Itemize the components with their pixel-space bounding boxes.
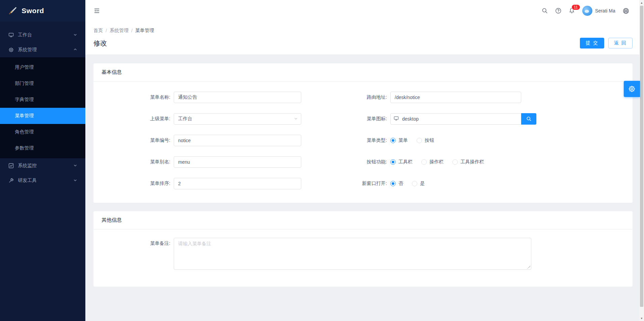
- sidebar-item-label: 研发工具: [18, 178, 73, 184]
- menu-name-label: 菜单名称:: [102, 94, 174, 100]
- radio-dot: [390, 159, 396, 165]
- content: 基本信息 菜单名称: 路由地址:: [85, 55, 644, 287]
- parent-menu-label: 上级菜单:: [102, 116, 174, 122]
- radio-button-func-actionbar[interactable]: 操作栏: [421, 159, 444, 165]
- notification-bell-icon[interactable]: 11: [569, 8, 575, 14]
- submenu-label: 部门管理: [15, 81, 34, 87]
- system-admin-submenu: 用户管理 部门管理 字典管理 菜单管理 角色管理 参数管理: [0, 57, 85, 158]
- submenu-label: 角色管理: [15, 129, 34, 135]
- menu-sort-label: 菜单排序:: [102, 181, 174, 187]
- sidebar-item-dept-admin[interactable]: 部门管理: [0, 75, 85, 92]
- sidebar: Sword 工作台 系统管理: [0, 0, 85, 321]
- top-bar-actions: 11 Serati Ma: [542, 6, 629, 16]
- submenu-label: 参数管理: [15, 145, 34, 151]
- main-area: 11 Serati Ma 首页 / 系统管理 / 菜单管理: [85, 0, 644, 321]
- sidebar-item-role-admin[interactable]: 角色管理: [0, 124, 85, 140]
- scrollbar-down-arrow[interactable]: ▼: [639, 316, 644, 321]
- section-title-other: 其他信息: [102, 217, 122, 223]
- radio-dot: [412, 181, 417, 186]
- breadcrumb-system-admin[interactable]: 系统管理: [110, 28, 129, 34]
- sidebar-collapse-icon[interactable]: [93, 7, 100, 14]
- radio-dot: [452, 159, 458, 165]
- basic-info-card: 基本信息 菜单名称: 路由地址:: [93, 63, 633, 203]
- desktop-icon: [8, 32, 14, 38]
- menu-alias-label: 菜单别名:: [102, 159, 174, 165]
- sidebar-item-label: 系统管理: [18, 47, 73, 53]
- radio-new-window-no[interactable]: 否: [390, 181, 403, 187]
- app-title: Sword: [22, 7, 44, 15]
- globe-icon[interactable]: [623, 8, 629, 14]
- menu-type-label: 菜单类型:: [318, 137, 390, 143]
- gear-icon: [628, 85, 636, 93]
- sword-logo-icon: [7, 6, 18, 16]
- new-window-radio-group: 否 是: [390, 181, 425, 187]
- avatar: [582, 6, 592, 16]
- radio-label: 操作栏: [429, 159, 444, 165]
- sidebar-item-system-monitor[interactable]: 系统监控: [0, 158, 85, 173]
- user-menu[interactable]: Serati Ma: [582, 6, 615, 16]
- sidebar-item-dict-admin[interactable]: 字典管理: [0, 92, 85, 108]
- radio-label: 是: [420, 181, 425, 187]
- sidebar-item-workbench[interactable]: 工作台: [0, 28, 85, 42]
- new-window-label: 新窗口打开:: [318, 181, 390, 187]
- help-icon[interactable]: [555, 8, 561, 14]
- breadcrumb-separator: /: [106, 28, 107, 33]
- radio-dot: [390, 181, 396, 186]
- breadcrumb-separator: /: [131, 28, 133, 33]
- vertical-scrollbar[interactable]: ▲ ▼: [639, 0, 644, 321]
- menu-type-radio-group: 菜单 按钮: [390, 137, 434, 143]
- sidebar-item-dev-tools[interactable]: 研发工具: [0, 173, 85, 188]
- back-button[interactable]: 返 回: [608, 38, 633, 49]
- sidebar-item-system-admin[interactable]: 系统管理: [0, 42, 85, 57]
- scrollbar-thumb[interactable]: [640, 6, 643, 307]
- radio-menu-type-menu[interactable]: 菜单: [390, 137, 408, 143]
- menu-alias-input[interactable]: [174, 156, 301, 168]
- radio-label: 否: [398, 181, 403, 187]
- radio-new-window-yes[interactable]: 是: [412, 181, 425, 187]
- top-bar: 11 Serati Ma: [85, 0, 644, 22]
- menu-name-input[interactable]: [174, 92, 301, 103]
- submenu-label: 字典管理: [15, 97, 34, 103]
- sidebar-item-menu-admin[interactable]: 菜单管理: [0, 108, 85, 124]
- route-path-input[interactable]: [390, 92, 521, 103]
- sidebar-item-param-admin[interactable]: 参数管理: [0, 140, 85, 156]
- radio-label: 工具栏: [398, 159, 413, 165]
- radio-button-func-toolbar[interactable]: 工具栏: [390, 159, 413, 165]
- parent-menu-select[interactable]: [174, 113, 301, 125]
- page-title: 修改: [93, 39, 107, 48]
- notification-badge: 11: [572, 5, 580, 10]
- wrench-icon: [8, 178, 14, 184]
- breadcrumb-home[interactable]: 首页: [93, 28, 103, 34]
- theme-settings-button[interactable]: [624, 81, 640, 97]
- breadcrumb: 首页 / 系统管理 / 菜单管理: [93, 28, 633, 34]
- submenu-label: 用户管理: [15, 64, 34, 70]
- sidebar-item-user-admin[interactable]: 用户管理: [0, 59, 85, 75]
- gear-icon: [8, 47, 14, 53]
- search-icon[interactable]: [542, 8, 548, 14]
- menu-code-input[interactable]: [174, 135, 301, 146]
- radio-dot: [417, 138, 422, 143]
- chevron-down-icon: [73, 178, 77, 183]
- app-logo[interactable]: Sword: [0, 0, 85, 22]
- menu-sort-input[interactable]: [174, 178, 301, 189]
- chevron-up-icon: [73, 47, 77, 53]
- icon-search-button[interactable]: [521, 113, 536, 125]
- submit-button[interactable]: 提 交: [580, 38, 604, 49]
- button-func-label: 按钮功能:: [318, 159, 390, 165]
- radio-label: 工具操作栏: [460, 159, 484, 165]
- radio-label: 按钮: [425, 137, 434, 143]
- sidebar-item-label: 工作台: [18, 32, 73, 38]
- sidebar-menu: 工作台 系统管理 用户管理 部门管理: [0, 22, 85, 188]
- scrollbar-up-arrow[interactable]: ▲: [639, 0, 644, 5]
- menu-icon-label: 菜单图标:: [318, 116, 390, 122]
- other-info-card: 其他信息 菜单备注:: [93, 211, 633, 287]
- button-func-radio-group: 工具栏 操作栏 工具操作栏: [390, 159, 484, 165]
- radio-dot: [421, 159, 427, 165]
- menu-icon-input[interactable]: [390, 113, 521, 125]
- menu-remark-label: 菜单备注:: [102, 238, 174, 247]
- page-header: 首页 / 系统管理 / 菜单管理 修改 提 交 返 回: [85, 22, 644, 55]
- radio-menu-type-button[interactable]: 按钮: [417, 137, 434, 143]
- radio-button-func-both[interactable]: 工具操作栏: [452, 159, 484, 165]
- menu-remark-textarea[interactable]: [174, 238, 531, 270]
- route-path-label: 路由地址:: [318, 94, 390, 100]
